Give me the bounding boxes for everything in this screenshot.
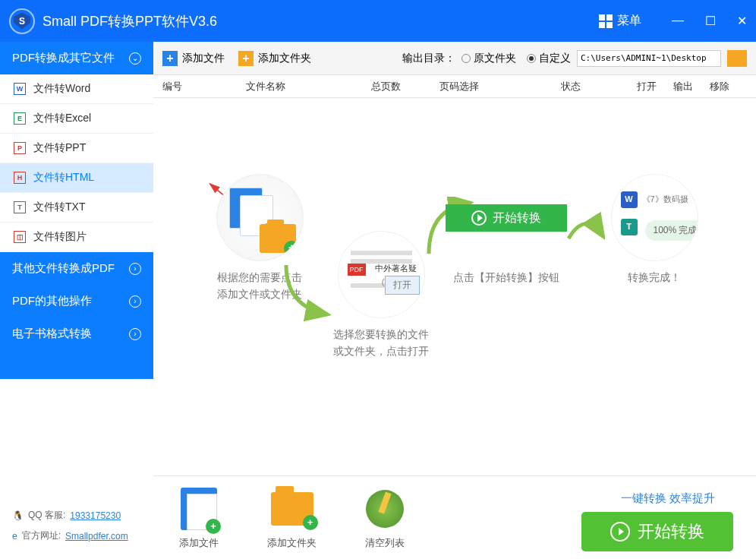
chevron-right-icon: › bbox=[129, 295, 141, 308]
sidebar-item-label: 文件转PPT bbox=[33, 141, 86, 155]
plus-icon: + bbox=[162, 51, 178, 66]
button-label: 开始转换 bbox=[493, 208, 541, 228]
browse-folder-button[interactable] bbox=[727, 50, 747, 67]
brush-icon bbox=[366, 490, 404, 528]
sidebar-header-label: 其他文件转换成PDF bbox=[12, 261, 115, 276]
col-out: 输出 bbox=[673, 80, 710, 93]
sidebar-item-ppt[interactable]: P 文件转PPT bbox=[0, 134, 153, 163]
radio-label: 自定义 bbox=[539, 52, 571, 65]
radio-icon bbox=[461, 54, 471, 63]
table-header: 编号 文件名称 总页数 页码选择 状态 打开 输出 移除 bbox=[153, 75, 756, 98]
button-label: 添加文件夹 bbox=[267, 536, 317, 550]
chevron-down-icon: ⌄ bbox=[129, 52, 141, 65]
guide-text: 转换完成！ bbox=[578, 269, 730, 286]
close-button[interactable]: ✕ bbox=[737, 14, 747, 28]
qq-icon: 🐧 bbox=[12, 510, 24, 521]
site-link[interactable]: Smallpdfer.com bbox=[65, 531, 128, 542]
button-label: 开始转换 bbox=[638, 520, 704, 543]
guide-canvas: + + 根据您的需要点击 添加文件或文件夹 PDF 中外著名疑(*.pdf,*. bbox=[153, 98, 756, 475]
output-path-input[interactable] bbox=[577, 50, 721, 67]
radio-original-folder[interactable]: 原文件夹 bbox=[461, 52, 516, 65]
radio-label: 原文件夹 bbox=[474, 52, 516, 65]
grid-icon bbox=[599, 14, 613, 28]
txt-icon: T bbox=[14, 201, 26, 213]
button-label: 添加文件夹 bbox=[258, 52, 311, 65]
sidebar-header-label: 电子书格式转换 bbox=[12, 327, 92, 341]
qq-label: QQ 客服: bbox=[28, 509, 65, 522]
button-label: 清空列表 bbox=[362, 536, 408, 550]
sidebar-item-label: 文件转TXT bbox=[33, 201, 85, 214]
col-pages: 总页数 bbox=[371, 80, 439, 93]
image-icon: ◫ bbox=[14, 231, 26, 243]
bottom-bar: + 添加文件 + 添加文件夹 清空列表 一键转换 效率提升 开始转换 bbox=[153, 475, 756, 559]
window-controls: — ☐ ✕ bbox=[672, 14, 747, 28]
bottom-clear-list[interactable]: 清空列表 bbox=[362, 486, 408, 550]
html-icon: H bbox=[14, 172, 26, 184]
guide-step-4: W《7》数码摄 T《7》 100% 完成 转换完成！ bbox=[578, 174, 730, 286]
add-file-button[interactable]: + 添加文件 bbox=[162, 51, 225, 66]
col-status: 状态 bbox=[561, 80, 637, 93]
chevron-right-icon: › bbox=[129, 263, 141, 275]
guide-text: 选择您要转换的文件 或文件夹，点击打开 bbox=[305, 326, 457, 360]
play-icon bbox=[610, 522, 630, 542]
minimize-button[interactable]: — bbox=[672, 14, 684, 28]
sidebar-header-label: PDF转换成其它文件 bbox=[12, 51, 115, 65]
col-sel: 页码选择 bbox=[439, 80, 561, 93]
sidebar-item-excel[interactable]: E 文件转Excel bbox=[0, 104, 153, 134]
slogan-text: 一键转换 效率提升 bbox=[621, 491, 715, 506]
menu-label: 菜单 bbox=[617, 13, 641, 29]
sidebar-footer: 🐧 QQ 客服: 1933175230 e 官方网址: Smallpdfer.c… bbox=[0, 500, 153, 559]
radio-icon bbox=[527, 54, 536, 63]
play-icon bbox=[471, 210, 487, 226]
sidebar-item-html[interactable]: H 文件转HTML bbox=[0, 163, 153, 193]
guide-text: 点击【开始转换】按钮 bbox=[430, 269, 582, 286]
sidebar-item-label: 文件转Word bbox=[33, 82, 90, 96]
guide-step-3: 开始转换 点击【开始转换】按钮 bbox=[430, 174, 582, 286]
start-convert-button[interactable]: 开始转换 bbox=[581, 512, 733, 551]
sidebar-item-image[interactable]: ◫ 文件转图片 bbox=[0, 223, 153, 252]
bottom-add-file[interactable]: + 添加文件 bbox=[176, 486, 222, 550]
radio-custom-folder[interactable]: 自定义 bbox=[527, 52, 571, 65]
sidebar-item-label: 文件转HTML bbox=[33, 171, 94, 185]
app-title: Small PDF转换PPT软件V3.6 bbox=[43, 12, 599, 30]
maximize-button[interactable]: ☐ bbox=[705, 14, 716, 28]
word-icon: W bbox=[14, 83, 26, 95]
ppt-icon: P bbox=[14, 142, 26, 154]
sidebar-item-label: 文件转图片 bbox=[33, 230, 87, 244]
menu-button[interactable]: 菜单 bbox=[599, 13, 641, 29]
col-del: 移除 bbox=[710, 80, 746, 93]
sidebar-header-ebook[interactable]: 电子书格式转换 › bbox=[0, 317, 153, 350]
bottom-add-folder[interactable]: + 添加文件夹 bbox=[267, 486, 317, 550]
globe-icon: e bbox=[12, 531, 17, 542]
col-open: 打开 bbox=[637, 80, 673, 93]
col-name: 文件名称 bbox=[246, 80, 371, 93]
sidebar-header-pdf-ops[interactable]: PDF的其他操作 › bbox=[0, 285, 153, 317]
qq-link[interactable]: 1933175230 bbox=[70, 510, 121, 521]
sidebar-accent-bar bbox=[0, 350, 153, 379]
button-label: 添加文件 bbox=[176, 536, 222, 550]
main-panel: + 添加文件 + 添加文件夹 输出目录： 原文件夹 自定义 编号 文件名称 bbox=[153, 42, 756, 559]
excel-icon: E bbox=[14, 112, 26, 125]
chevron-right-icon: › bbox=[129, 328, 141, 340]
col-num: 编号 bbox=[162, 80, 246, 93]
sidebar-item-txt[interactable]: T 文件转TXT bbox=[0, 193, 153, 223]
app-logo: S bbox=[9, 8, 35, 34]
sidebar-header-other-to-pdf[interactable]: 其他文件转换成PDF › bbox=[0, 252, 153, 285]
site-label: 官方网址: bbox=[22, 529, 61, 542]
sidebar-header-pdf-to-other[interactable]: PDF转换成其它文件 ⌄ bbox=[0, 42, 153, 74]
add-folder-button[interactable]: + 添加文件夹 bbox=[238, 51, 311, 66]
sidebar-header-label: PDF的其他操作 bbox=[12, 294, 92, 308]
plus-icon: + bbox=[238, 51, 254, 66]
sidebar-item-label: 文件转Excel bbox=[33, 112, 91, 125]
sidebar-item-word[interactable]: W 文件转Word bbox=[0, 74, 153, 104]
title-bar: S Small PDF转换PPT软件V3.6 菜单 — ☐ ✕ bbox=[0, 0, 756, 42]
button-label: 添加文件 bbox=[182, 52, 225, 65]
output-label: 输出目录： bbox=[402, 52, 455, 65]
sidebar: PDF转换成其它文件 ⌄ W 文件转Word E 文件转Excel P 文件转P… bbox=[0, 42, 153, 559]
toolbar: + 添加文件 + 添加文件夹 输出目录： 原文件夹 自定义 bbox=[153, 42, 756, 75]
